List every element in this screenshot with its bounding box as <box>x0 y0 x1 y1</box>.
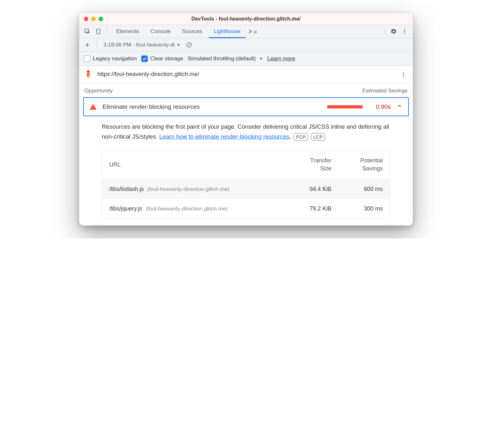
checkbox-checked-icon <box>141 56 148 62</box>
report-menu-icon[interactable] <box>399 70 408 79</box>
window-title: DevTools - foul-heavenly-direction.glitc… <box>79 16 413 22</box>
panel-tabs: Elements Console Sources Lighthouse » <box>79 25 413 38</box>
throttling-selector[interactable]: Simulated throttling (default) ▼ <box>188 56 263 62</box>
metric-badge-lcp: LCP <box>311 133 325 141</box>
opportunity-heading: Opportunity <box>84 88 113 94</box>
svg-rect-11 <box>87 73 89 73</box>
divider <box>107 28 107 35</box>
audit-title: Eliminate render-blocking resources <box>102 103 200 110</box>
tab-lighthouse[interactable]: Lighthouse <box>209 25 246 38</box>
tab-elements[interactable]: Elements <box>111 25 144 38</box>
minimize-window-button[interactable] <box>91 17 96 21</box>
svg-rect-1 <box>97 29 100 34</box>
traffic-lights <box>84 17 103 21</box>
table-header-row: URL Transfer Size Potential Savings <box>102 150 390 179</box>
svg-marker-9 <box>87 70 90 71</box>
resource-path: /libs/jquery.js <box>109 205 142 212</box>
resource-savings: 300 ms <box>331 205 383 212</box>
audit-savings-value: 0.90s <box>368 103 391 110</box>
inspect-element-icon[interactable] <box>83 27 92 36</box>
clear-icon[interactable] <box>184 40 194 50</box>
svg-rect-8 <box>87 71 90 73</box>
audited-url: https://foul-heavenly-direction.glitch.m… <box>97 71 199 78</box>
divider <box>97 41 97 48</box>
legacy-label: Legacy navigation <box>93 56 137 62</box>
zoom-window-button[interactable] <box>99 17 103 21</box>
audit-description: Resources are blocking the first paint o… <box>79 120 413 147</box>
svg-point-2 <box>404 29 405 30</box>
lighthouse-icon <box>84 69 93 80</box>
resource-savings: 600 ms <box>331 186 383 193</box>
lighthouse-options: Legacy navigation Clear storage Simulate… <box>79 52 413 66</box>
new-report-button[interactable]: + <box>83 40 92 49</box>
fail-triangle-icon <box>90 104 97 110</box>
resources-table: URL Transfer Size Potential Savings /lib… <box>102 150 390 219</box>
device-toolbar-icon[interactable] <box>93 27 103 36</box>
chevron-up-icon <box>397 103 402 110</box>
table-row: /libs/lodash.js (foul-heavenly-direction… <box>102 179 390 199</box>
resource-size: 79.2 KiB <box>280 205 331 212</box>
svg-line-6 <box>188 43 191 47</box>
svg-point-3 <box>404 31 405 32</box>
dropdown-caret-icon: ▼ <box>177 43 180 47</box>
estimated-savings-heading: Estimated Savings <box>362 88 408 94</box>
desc-text-2: . <box>289 133 291 140</box>
tab-sources[interactable]: Sources <box>177 25 207 38</box>
opportunity-section-header: Opportunity Estimated Savings <box>79 83 413 97</box>
report-selector[interactable]: 3:18:06 PM - foul-heavenly-di ▼ <box>101 42 182 48</box>
metric-badge-fcp: FCP <box>294 133 308 141</box>
checkbox-unchecked-icon <box>84 56 90 62</box>
dropdown-caret-icon: ▼ <box>259 56 263 61</box>
desc-learn-link[interactable]: Learn how to eliminate render-blocking r… <box>159 133 289 140</box>
savings-bar <box>327 105 363 108</box>
kebab-menu-icon[interactable] <box>400 27 409 36</box>
audited-url-row: https://foul-heavenly-direction.glitch.m… <box>79 66 413 83</box>
clear-label: Clear storage <box>150 56 183 62</box>
divider <box>385 28 385 35</box>
col-header-savings: Potential Savings <box>331 157 383 173</box>
svg-point-4 <box>404 33 405 34</box>
resource-host: (foul-heavenly-direction.glitch.me) <box>147 186 229 192</box>
close-window-button[interactable] <box>84 17 88 21</box>
clear-storage-checkbox[interactable]: Clear storage <box>141 56 183 62</box>
lighthouse-toolbar: + 3:18:06 PM - foul-heavenly-di ▼ <box>79 38 413 52</box>
settings-icon[interactable] <box>389 27 399 36</box>
col-header-size: Transfer Size <box>280 157 331 173</box>
resource-size: 94.4 KiB <box>280 186 331 193</box>
col-header-url: URL <box>109 161 280 168</box>
report-label: 3:18:06 PM - foul-heavenly-di <box>103 42 175 48</box>
audit-render-blocking[interactable]: Eliminate render-blocking resources 0.90… <box>83 97 409 116</box>
legacy-navigation-checkbox[interactable]: Legacy navigation <box>84 56 137 62</box>
table-row: /libs/jquery.js (foul-heavenly-direction… <box>102 199 390 219</box>
titlebar: DevTools - foul-heavenly-direction.glitc… <box>79 13 413 25</box>
learn-more-link[interactable]: Learn more <box>268 56 295 62</box>
svg-point-14 <box>403 76 404 77</box>
devtools-window: DevTools - foul-heavenly-direction.glitc… <box>79 13 413 226</box>
svg-point-13 <box>403 74 404 75</box>
resource-path: /libs/lodash.js <box>109 186 144 192</box>
tab-console[interactable]: Console <box>145 25 176 38</box>
more-tabs-icon[interactable]: » <box>247 27 257 36</box>
resource-host: (foul-heavenly-direction.glitch.me) <box>146 206 228 212</box>
throttling-label: Simulated throttling (default) <box>188 56 256 62</box>
svg-point-12 <box>403 72 404 73</box>
